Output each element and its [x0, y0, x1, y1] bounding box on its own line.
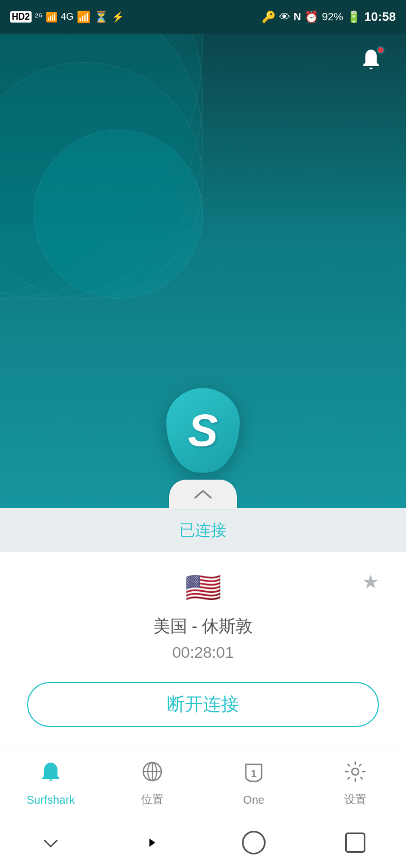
surfshark-nav-icon — [41, 761, 61, 789]
favorite-button[interactable]: ★ — [362, 570, 379, 593]
logo-s-letter: S — [188, 408, 218, 453]
location-nav-icon — [142, 761, 163, 787]
wifi-icon: 📶 — [77, 10, 91, 24]
svg-text:1: 1 — [251, 768, 257, 780]
key-icon: 🔑 — [262, 10, 276, 24]
collapse-tab[interactable] — [169, 480, 237, 509]
notification-dot — [377, 46, 385, 54]
nav-item-one[interactable]: 1 One — [220, 761, 288, 807]
status-left-icons: HD2 ²⁶ 📶 4G 📶 ⏳ ⚡ — [10, 10, 124, 24]
panel-arrow-area — [0, 480, 406, 509]
system-back-button[interactable] — [34, 826, 68, 860]
alarm-icon: ⏰ — [304, 10, 319, 24]
signal-26-icon: ²⁶ — [35, 11, 42, 23]
connection-timer: 00:28:01 — [27, 644, 379, 662]
system-recents-button[interactable] — [338, 826, 372, 860]
eye-icon: 👁 — [279, 11, 290, 24]
status-time: 10:58 — [364, 10, 396, 24]
location-nav-label: 位置 — [141, 792, 164, 807]
connection-info-card: ★ 🇺🇸 美国 - 休斯敦 00:28:01 断开连接 — [0, 552, 406, 750]
settings-nav-icon — [345, 761, 366, 787]
back-triangle-icon — [144, 834, 161, 851]
surfshark-nav-label: Surfshark — [27, 794, 75, 807]
bottom-navigation: Surfshark 位置 1 One — [0, 750, 406, 817]
connected-label: 已连接 — [179, 521, 227, 539]
vpn-key-icon: ⚡ — [112, 11, 124, 23]
bottom-panel: 已连接 ★ 🇺🇸 美国 - 休斯敦 00:28:01 断开连接 Surfshar… — [0, 480, 406, 868]
settings-nav-label: 设置 — [344, 792, 367, 807]
notification-bell[interactable] — [356, 45, 386, 74]
signal-46-icon: 4G — [61, 11, 74, 23]
surfshark-logo[interactable]: S — [164, 386, 242, 476]
nav-item-settings[interactable]: 设置 — [321, 761, 389, 807]
recents-square-icon — [345, 832, 365, 853]
battery-icon: 🔋 — [347, 10, 361, 24]
chevron-up-icon — [193, 489, 213, 500]
one-nav-icon: 1 — [243, 761, 264, 789]
signal-4g-icon: 📶 — [46, 11, 58, 23]
battery-percent: 92% — [322, 11, 343, 23]
logo-shield: S — [166, 388, 240, 473]
system-triangle-button[interactable] — [135, 826, 169, 860]
flag-row: 🇺🇸 — [27, 570, 379, 605]
one-nav-label: One — [243, 794, 264, 807]
chevron-down-icon — [42, 834, 59, 851]
hd2-icon: HD2 — [10, 11, 32, 23]
home-circle-icon — [242, 831, 266, 854]
country-flag: 🇺🇸 — [185, 570, 222, 605]
system-navigation — [0, 817, 406, 868]
nav-item-surfshark[interactable]: Surfshark — [17, 761, 85, 807]
nfc-icon: N — [294, 11, 301, 23]
connected-bar: 已连接 — [0, 508, 406, 552]
status-bar: HD2 ²⁶ 📶 4G 📶 ⏳ ⚡ 🔑 👁 N ⏰ 92% 🔋 10:58 — [0, 0, 406, 34]
system-home-button[interactable] — [237, 826, 271, 860]
status-right-icons: 🔑 👁 N ⏰ 92% 🔋 10:58 — [262, 10, 396, 24]
hourglass-icon: ⏳ — [94, 10, 108, 24]
disconnect-button[interactable]: 断开连接 — [27, 682, 379, 727]
location-name: 美国 - 休斯敦 — [27, 615, 379, 638]
svg-point-5 — [352, 768, 359, 775]
nav-item-location[interactable]: 位置 — [118, 761, 186, 807]
